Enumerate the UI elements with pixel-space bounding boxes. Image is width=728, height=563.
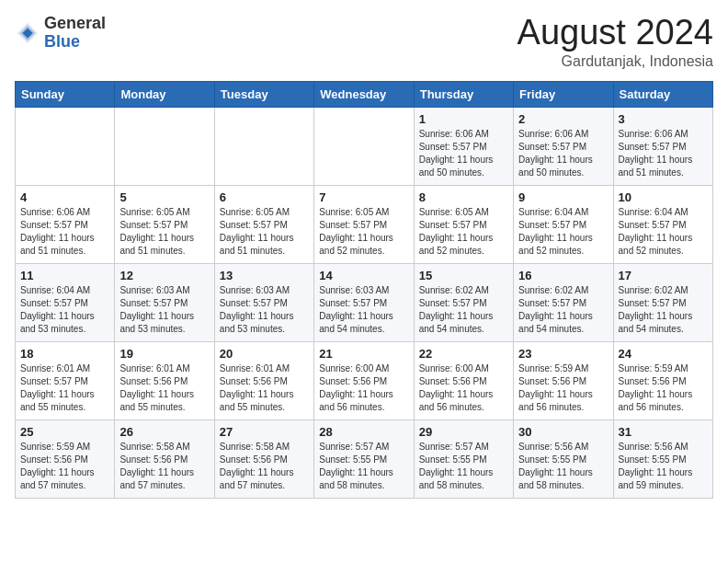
- day-cell: 31Sunrise: 5:56 AMSunset: 5:55 PMDayligh…: [613, 420, 712, 499]
- day-cell: 29Sunrise: 5:57 AMSunset: 5:55 PMDayligh…: [414, 420, 513, 499]
- day-info: Sunrise: 5:57 AMSunset: 5:55 PMDaylight:…: [319, 441, 408, 492]
- day-cell: 17Sunrise: 6:02 AMSunset: 5:57 PMDayligh…: [613, 264, 712, 342]
- day-number: 11: [20, 269, 109, 282]
- day-number: 1: [419, 112, 508, 126]
- day-cell: 15Sunrise: 6:02 AMSunset: 5:57 PMDayligh…: [414, 264, 513, 342]
- day-number: 13: [220, 269, 309, 282]
- day-cell: 12Sunrise: 6:03 AMSunset: 5:57 PMDayligh…: [115, 264, 214, 342]
- day-cell: 28Sunrise: 5:57 AMSunset: 5:55 PMDayligh…: [314, 420, 414, 499]
- day-info: Sunrise: 6:00 AMSunset: 5:56 PMDaylight:…: [319, 362, 408, 414]
- day-number: 26: [119, 425, 209, 439]
- day-number: 6: [220, 190, 309, 204]
- day-cell: 14Sunrise: 6:03 AMSunset: 5:57 PMDayligh…: [314, 264, 414, 342]
- day-info: Sunrise: 6:03 AMSunset: 5:57 PMDaylight:…: [220, 284, 309, 336]
- header-saturday: Saturday: [613, 82, 712, 108]
- logo-blue: Blue: [44, 32, 80, 51]
- header-wednesday: Wednesday: [314, 82, 414, 108]
- day-number: 17: [619, 269, 708, 282]
- day-number: 4: [20, 190, 109, 204]
- header-tuesday: Tuesday: [214, 82, 313, 108]
- day-info: Sunrise: 5:58 AMSunset: 5:56 PMDaylight:…: [220, 441, 309, 492]
- day-cell: 6Sunrise: 6:05 AMSunset: 5:57 PMDaylight…: [214, 186, 313, 264]
- day-number: 22: [419, 347, 508, 361]
- day-number: 24: [619, 347, 708, 361]
- day-cell: 7Sunrise: 6:05 AMSunset: 5:57 PMDaylight…: [314, 186, 414, 264]
- day-cell: 27Sunrise: 5:58 AMSunset: 5:56 PMDayligh…: [214, 420, 313, 499]
- day-cell: 26Sunrise: 5:58 AMSunset: 5:56 PMDayligh…: [115, 420, 214, 499]
- day-cell: 23Sunrise: 5:59 AMSunset: 5:56 PMDayligh…: [514, 342, 613, 420]
- day-cell: 16Sunrise: 6:02 AMSunset: 5:57 PMDayligh…: [514, 264, 613, 342]
- day-cell: [314, 108, 414, 186]
- header-sunday: Sunday: [16, 82, 115, 108]
- day-cell: 24Sunrise: 5:59 AMSunset: 5:56 PMDayligh…: [613, 342, 712, 420]
- day-info: Sunrise: 6:02 AMSunset: 5:57 PMDaylight:…: [419, 284, 508, 336]
- day-info: Sunrise: 6:05 AMSunset: 5:57 PMDaylight:…: [220, 206, 309, 258]
- day-number: 9: [518, 190, 608, 204]
- day-cell: 20Sunrise: 6:01 AMSunset: 5:56 PMDayligh…: [214, 342, 313, 420]
- day-number: 19: [119, 347, 209, 361]
- page-header: General Blue August 2024 Gardutanjak, In…: [15, 15, 713, 70]
- day-number: 21: [319, 347, 408, 361]
- day-number: 10: [619, 190, 708, 204]
- day-cell: 21Sunrise: 6:00 AMSunset: 5:56 PMDayligh…: [314, 342, 414, 420]
- day-number: 12: [119, 269, 209, 282]
- day-info: Sunrise: 5:56 AMSunset: 5:55 PMDaylight:…: [518, 441, 608, 492]
- header-monday: Monday: [115, 82, 214, 108]
- day-info: Sunrise: 5:58 AMSunset: 5:56 PMDaylight:…: [119, 441, 209, 492]
- day-info: Sunrise: 5:57 AMSunset: 5:55 PMDaylight:…: [419, 441, 508, 492]
- day-number: 7: [319, 190, 408, 204]
- day-number: 28: [319, 425, 408, 439]
- day-number: 3: [619, 112, 708, 126]
- day-number: 15: [419, 269, 508, 282]
- weekday-header-row: SundayMondayTuesdayWednesdayThursdayFrid…: [16, 82, 713, 108]
- week-row-5: 25Sunrise: 5:59 AMSunset: 5:56 PMDayligh…: [16, 420, 713, 499]
- day-cell: 18Sunrise: 6:01 AMSunset: 5:57 PMDayligh…: [16, 342, 115, 420]
- day-number: 18: [20, 347, 109, 361]
- day-cell: 5Sunrise: 6:05 AMSunset: 5:57 PMDaylight…: [115, 186, 214, 264]
- logo-icon: [15, 20, 40, 46]
- week-row-1: 1Sunrise: 6:06 AMSunset: 5:57 PMDaylight…: [16, 108, 713, 186]
- day-cell: 22Sunrise: 6:00 AMSunset: 5:56 PMDayligh…: [414, 342, 513, 420]
- day-info: Sunrise: 5:59 AMSunset: 5:56 PMDaylight:…: [20, 441, 109, 492]
- day-cell: [16, 108, 115, 186]
- day-cell: 11Sunrise: 6:04 AMSunset: 5:57 PMDayligh…: [16, 264, 115, 342]
- day-number: 16: [518, 269, 608, 282]
- day-info: Sunrise: 6:01 AMSunset: 5:57 PMDaylight:…: [20, 362, 109, 414]
- day-info: Sunrise: 6:02 AMSunset: 5:57 PMDaylight:…: [518, 284, 608, 336]
- week-row-4: 18Sunrise: 6:01 AMSunset: 5:57 PMDayligh…: [16, 342, 713, 420]
- calendar-table: SundayMondayTuesdayWednesdayThursdayFrid…: [15, 81, 713, 499]
- day-info: Sunrise: 6:04 AMSunset: 5:57 PMDaylight:…: [518, 206, 608, 258]
- logo-general: General: [44, 14, 106, 32]
- day-number: 8: [419, 190, 508, 204]
- day-info: Sunrise: 6:03 AMSunset: 5:57 PMDaylight:…: [119, 284, 209, 336]
- week-row-2: 4Sunrise: 6:06 AMSunset: 5:57 PMDaylight…: [16, 186, 713, 264]
- day-cell: 13Sunrise: 6:03 AMSunset: 5:57 PMDayligh…: [214, 264, 313, 342]
- day-cell: 2Sunrise: 6:06 AMSunset: 5:57 PMDaylight…: [514, 108, 613, 186]
- day-info: Sunrise: 6:06 AMSunset: 5:57 PMDaylight:…: [518, 128, 608, 179]
- calendar-subtitle: Gardutanjak, Indonesia: [518, 53, 713, 70]
- day-cell: 30Sunrise: 5:56 AMSunset: 5:55 PMDayligh…: [514, 420, 613, 499]
- week-row-3: 11Sunrise: 6:04 AMSunset: 5:57 PMDayligh…: [16, 264, 713, 342]
- day-number: 31: [619, 425, 708, 439]
- day-cell: 9Sunrise: 6:04 AMSunset: 5:57 PMDaylight…: [514, 186, 613, 264]
- day-info: Sunrise: 6:03 AMSunset: 5:57 PMDaylight:…: [319, 284, 408, 336]
- day-info: Sunrise: 5:56 AMSunset: 5:55 PMDaylight:…: [619, 441, 708, 492]
- day-info: Sunrise: 6:01 AMSunset: 5:56 PMDaylight:…: [220, 362, 309, 414]
- day-number: 27: [220, 425, 309, 439]
- title-block: August 2024 Gardutanjak, Indonesia: [518, 15, 713, 70]
- day-number: 30: [518, 425, 608, 439]
- day-cell: [115, 108, 214, 186]
- day-cell: 4Sunrise: 6:06 AMSunset: 5:57 PMDaylight…: [16, 186, 115, 264]
- day-info: Sunrise: 6:01 AMSunset: 5:56 PMDaylight:…: [119, 362, 209, 414]
- day-cell: 1Sunrise: 6:06 AMSunset: 5:57 PMDaylight…: [414, 108, 513, 186]
- day-number: 14: [319, 269, 408, 282]
- day-info: Sunrise: 6:05 AMSunset: 5:57 PMDaylight:…: [119, 206, 209, 258]
- day-info: Sunrise: 6:05 AMSunset: 5:57 PMDaylight:…: [319, 206, 408, 258]
- day-number: 29: [419, 425, 508, 439]
- day-cell: 10Sunrise: 6:04 AMSunset: 5:57 PMDayligh…: [613, 186, 712, 264]
- header-thursday: Thursday: [414, 82, 513, 108]
- day-info: Sunrise: 5:59 AMSunset: 5:56 PMDaylight:…: [518, 362, 608, 414]
- day-info: Sunrise: 6:02 AMSunset: 5:57 PMDaylight:…: [619, 284, 708, 336]
- day-cell: 19Sunrise: 6:01 AMSunset: 5:56 PMDayligh…: [115, 342, 214, 420]
- day-info: Sunrise: 6:00 AMSunset: 5:56 PMDaylight:…: [419, 362, 508, 414]
